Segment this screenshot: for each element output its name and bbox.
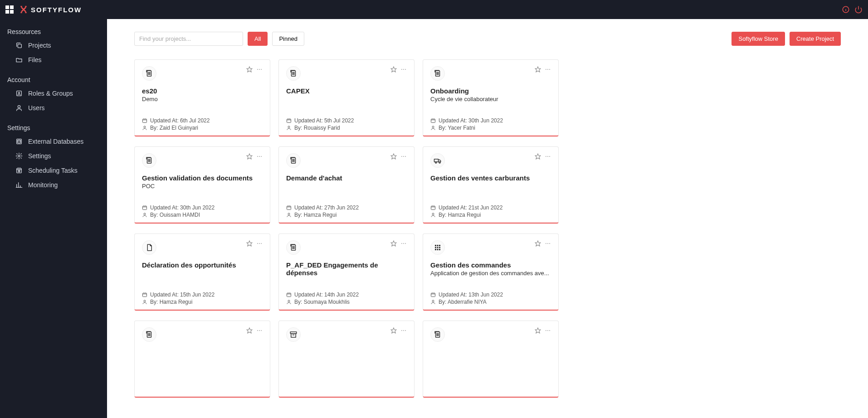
filter-all-button[interactable]: All xyxy=(248,32,268,46)
svg-point-95 xyxy=(405,330,406,331)
sidebar-item-external-databases[interactable]: External Databases xyxy=(0,134,107,149)
project-card[interactable]: Déclaration des opportunitésUpdated At: … xyxy=(134,233,270,311)
chart-icon xyxy=(15,181,23,189)
more-icon[interactable] xyxy=(256,66,263,73)
project-title: Onboarding xyxy=(430,87,551,95)
updated-at: Updated At: 6th Jul 2022 xyxy=(142,117,263,124)
grid-icon xyxy=(430,240,445,255)
sidebar-item-settings[interactable]: Settings xyxy=(0,149,107,163)
svg-rect-61 xyxy=(143,293,147,297)
project-card[interactable]: OnboardingCycle de vie collaborateurUpda… xyxy=(423,59,559,136)
more-icon[interactable] xyxy=(545,66,551,73)
project-card[interactable] xyxy=(278,321,414,398)
star-icon[interactable] xyxy=(246,327,253,334)
star-icon[interactable] xyxy=(390,327,397,334)
svg-point-43 xyxy=(401,156,402,157)
sidebar-item-files[interactable]: Files xyxy=(0,53,107,67)
svg-point-22 xyxy=(401,69,402,70)
file-icon xyxy=(142,240,156,255)
more-icon[interactable] xyxy=(545,240,551,247)
doc-icon xyxy=(430,327,445,342)
svg-rect-73 xyxy=(435,247,436,248)
sidebar-item-projects[interactable]: Projects xyxy=(0,38,107,53)
svg-rect-71 xyxy=(437,245,439,246)
sidebar-item-roles-groups[interactable]: Roles & Groups xyxy=(0,86,107,101)
more-icon[interactable] xyxy=(545,327,551,334)
project-card[interactable] xyxy=(423,321,559,398)
svg-marker-51 xyxy=(535,154,541,159)
sidebar-section-title: Ressources xyxy=(0,25,107,38)
project-meta: Updated At: 13th Jun 2022By: Abderrafie … xyxy=(430,283,551,305)
project-meta: Updated At: 30th Jun 2022By: Ouissam HAM… xyxy=(142,196,263,218)
project-card[interactable]: P_AF_DED Engagements de dépensesUpdated … xyxy=(278,233,414,311)
svg-point-50 xyxy=(439,162,440,163)
roles-icon xyxy=(15,90,23,97)
filter-pinned-button[interactable]: Pinned xyxy=(272,32,304,46)
svg-point-84 xyxy=(432,300,434,302)
svg-point-52 xyxy=(546,156,546,157)
star-icon[interactable] xyxy=(390,66,397,73)
svg-rect-78 xyxy=(439,249,440,250)
svg-point-89 xyxy=(261,330,262,331)
sidebar-item-label: Settings xyxy=(28,152,51,160)
svg-point-66 xyxy=(403,243,404,244)
folder-icon xyxy=(15,56,23,63)
star-icon[interactable] xyxy=(535,240,541,247)
more-icon[interactable] xyxy=(545,153,551,160)
more-icon[interactable] xyxy=(400,153,407,160)
more-icon[interactable] xyxy=(256,153,263,160)
svg-point-30 xyxy=(547,69,548,70)
power-icon[interactable] xyxy=(854,5,863,14)
more-icon[interactable] xyxy=(400,66,407,73)
star-icon[interactable] xyxy=(246,66,253,73)
updated-by: By: Soumaya Moukhlis xyxy=(286,299,407,305)
project-card[interactable] xyxy=(134,321,270,398)
star-icon[interactable] xyxy=(390,153,397,160)
store-button[interactable]: Softyflow Store xyxy=(731,32,785,46)
svg-point-15 xyxy=(257,69,258,70)
svg-point-49 xyxy=(435,162,437,163)
svg-point-45 xyxy=(405,156,406,157)
updated-by: By: Hamza Regui xyxy=(430,212,551,218)
project-card[interactable]: Gestion validation des documentsPOCUpdat… xyxy=(134,146,270,224)
svg-point-31 xyxy=(549,69,550,70)
apps-grid-icon[interactable] xyxy=(5,5,14,14)
more-icon[interactable] xyxy=(400,327,407,334)
search-input[interactable] xyxy=(134,32,243,46)
more-icon[interactable] xyxy=(400,240,407,247)
sidebar-section-title: Settings xyxy=(0,122,107,134)
svg-marker-42 xyxy=(391,154,396,159)
svg-marker-14 xyxy=(247,67,252,72)
svg-rect-77 xyxy=(437,249,439,250)
updated-by: By: Rouaissy Farid xyxy=(286,125,407,131)
svg-point-100 xyxy=(549,330,550,331)
brand-logo-icon xyxy=(19,5,28,14)
sidebar-item-scheduling-tasks[interactable]: Scheduling Tasks xyxy=(0,163,107,178)
project-card[interactable]: Gestion des ventes carburantsUpdated At:… xyxy=(423,146,559,224)
project-title: Gestion des ventes carburants xyxy=(430,174,551,182)
svg-rect-74 xyxy=(437,247,439,248)
info-icon[interactable] xyxy=(842,5,850,14)
svg-point-67 xyxy=(405,243,406,244)
project-card[interactable]: es20DemoUpdated At: 6th Jul 2022By: Zaid… xyxy=(134,59,270,136)
sidebar-item-label: Scheduling Tasks xyxy=(28,167,78,174)
star-icon[interactable] xyxy=(246,240,253,247)
star-icon[interactable] xyxy=(390,240,397,247)
svg-point-69 xyxy=(288,300,290,302)
star-icon[interactable] xyxy=(535,66,541,73)
project-title: P_AF_DED Engagements de dépenses xyxy=(286,261,407,277)
sidebar-item-users[interactable]: Users xyxy=(0,101,107,115)
svg-point-16 xyxy=(259,69,260,70)
star-icon[interactable] xyxy=(535,153,541,160)
project-card[interactable]: Gestion des commandesApplication de gest… xyxy=(423,233,559,311)
more-icon[interactable] xyxy=(256,327,263,334)
project-card[interactable]: Demande d'achatUpdated At: 27th Jun 2022… xyxy=(278,146,414,224)
updated-by: By: Abderrafie NIYA xyxy=(430,299,551,305)
sidebar-item-monitoring[interactable]: Monitoring xyxy=(0,178,107,192)
project-card[interactable]: CAPEXUpdated At: 5th Jul 2022By: Rouaiss… xyxy=(278,59,414,136)
create-project-button[interactable]: Create Project xyxy=(790,32,841,46)
star-icon[interactable] xyxy=(246,153,253,160)
more-icon[interactable] xyxy=(256,240,263,247)
star-icon[interactable] xyxy=(535,327,541,334)
svg-rect-76 xyxy=(435,249,436,250)
